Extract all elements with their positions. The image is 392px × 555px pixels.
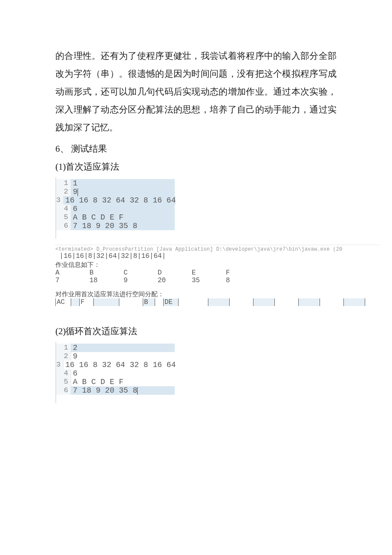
- line-number: 1: [56, 344, 71, 352]
- allocation-segment: B: [143, 298, 155, 306]
- job-size-cell: 20: [158, 277, 192, 284]
- line-number: 6: [56, 386, 71, 395]
- code-text: 7 18 9 20 35 8: [71, 222, 175, 230]
- code-text: 16 16 8 32 64 32 8 16 64: [63, 361, 176, 369]
- job-name-cell: C: [124, 269, 158, 277]
- body-paragraph: 的合理性。还有为了使程序更健壮，我尝试着将程序中的输入部分全部改为字符（串）。很…: [55, 47, 337, 136]
- line-number: 3: [56, 361, 63, 369]
- job-size-cell: 8: [226, 277, 260, 284]
- allocation-segment: [155, 298, 163, 306]
- job-name-cell: F: [226, 269, 260, 277]
- text-cursor: [137, 387, 138, 395]
- code-line: 67 18 9 20 35 8: [56, 386, 175, 395]
- memory-layout-line: |16|16|8|32|64|32|8|16|64|: [55, 252, 379, 260]
- code-text: 6: [71, 369, 175, 378]
- code-text: 9: [71, 188, 175, 196]
- document-page: 的合理性。还有为了使程序更健壮，我尝试着将程序中的输入部分全部改为字符（串）。很…: [0, 0, 392, 429]
- allocation-segment: [208, 298, 229, 306]
- line-number: 4: [56, 205, 71, 213]
- line-number: 3: [56, 196, 63, 205]
- subsection-heading-1: (1)首次适应算法: [55, 159, 337, 176]
- allocation-segment: [274, 298, 298, 306]
- job-name-cell: D: [158, 269, 192, 277]
- job-size-cell: 9: [124, 277, 158, 284]
- subsection-heading-2: (2)循环首次适应算法: [55, 323, 337, 340]
- section-heading-6: 6、 测试结果: [55, 140, 337, 158]
- code-editor-2: 1229316 16 8 32 64 32 8 16 64465A B C D …: [55, 342, 175, 403]
- allocation-segment: [71, 298, 79, 306]
- allocation-segment: [320, 298, 343, 306]
- console-header: <terminated> D_ProcessPartition [Java Ap…: [55, 245, 379, 252]
- code-text: 16 16 8 32 64 32 8 16 64: [63, 196, 176, 205]
- code-line: 46: [56, 369, 175, 378]
- code-line: 29: [56, 188, 175, 196]
- code-line: 11: [56, 179, 175, 188]
- jobs-values-row: 718920358: [55, 277, 379, 284]
- allocation-segment: [119, 298, 143, 306]
- line-number: 5: [56, 213, 71, 222]
- code-line: 29: [56, 352, 175, 361]
- console-output-1: <terminated> D_ProcessPartition [Java Ap…: [55, 245, 379, 308]
- allocation-segment: [365, 298, 368, 306]
- code-line: 316 16 8 32 64 32 8 16 64: [56, 196, 175, 205]
- job-name-cell: A: [55, 269, 89, 277]
- line-number: 4: [56, 369, 71, 378]
- job-name-cell: B: [89, 269, 124, 277]
- allocation-segment: DE: [163, 298, 178, 306]
- code-text: 1: [71, 179, 175, 188]
- allocation-segment: [178, 298, 208, 306]
- code-text: A B C D E F: [71, 213, 175, 222]
- jobs-info-label: 作业信息如下：: [55, 261, 379, 269]
- job-size-cell: 35: [192, 277, 226, 284]
- line-number: 6: [56, 222, 71, 230]
- code-text: 7 18 9 20 35 8: [71, 386, 175, 395]
- allocation-segment: [298, 298, 320, 306]
- allocation-label: 对作业用首次适应算法进行空间分配：: [55, 290, 379, 298]
- allocation-segment: [343, 298, 365, 306]
- job-size-cell: 18: [89, 277, 124, 284]
- line-number: 2: [56, 352, 71, 361]
- job-size-cell: 7: [55, 277, 89, 284]
- line-number: 5: [56, 378, 71, 386]
- code-line: 5A B C D E F: [56, 213, 175, 222]
- code-text: 9: [71, 352, 175, 361]
- job-name-cell: E: [192, 269, 226, 277]
- code-editor-1: 1129316 16 8 32 64 32 8 16 64465A B C D …: [55, 177, 175, 239]
- allocation-row: ACFBDE: [55, 298, 379, 308]
- code-text: 6: [71, 205, 175, 213]
- code-text: 2: [71, 344, 175, 352]
- text-cursor: [78, 188, 78, 196]
- allocation-segment: F: [79, 298, 93, 306]
- code-line: 67 18 9 20 35 8: [56, 222, 175, 230]
- code-line: 316 16 8 32 64 32 8 16 64: [56, 361, 175, 369]
- allocation-segment: [229, 298, 253, 306]
- code-text: A B C D E F: [71, 378, 175, 386]
- allocation-segment: [93, 298, 119, 306]
- allocation-segment: AC: [55, 298, 71, 306]
- allocation-segment: [253, 298, 274, 306]
- code-line: 46: [56, 205, 175, 213]
- code-line: 12: [56, 344, 175, 352]
- line-number: 2: [56, 188, 71, 196]
- code-line: 5A B C D E F: [56, 378, 175, 386]
- jobs-header-row: ABCDEF: [55, 269, 379, 277]
- line-number: 1: [56, 179, 71, 188]
